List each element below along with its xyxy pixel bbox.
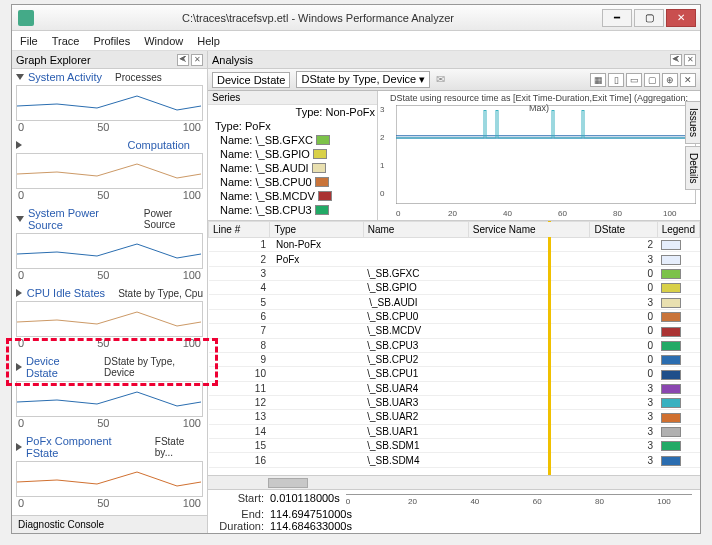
dstate-table[interactable]: Line #TypeNameService NameDStateLegend 1… <box>208 221 700 475</box>
series-item[interactable]: Name: \_SB.GPIO <box>208 147 377 161</box>
legend-swatch <box>661 427 681 437</box>
menu-help[interactable]: Help <box>197 35 220 47</box>
thumb-plot[interactable] <box>16 153 203 189</box>
expand-icon[interactable] <box>16 363 22 371</box>
col-header[interactable]: DState <box>590 222 657 238</box>
thumb-3[interactable]: CPU Idle States State by Type, Cpu 05010… <box>16 287 203 349</box>
ana-close-icon[interactable]: ✕ <box>684 54 696 66</box>
issues-sidetab[interactable]: Issues <box>685 101 700 144</box>
thumb-4[interactable]: Device Dstate DState by Type, Device 050… <box>16 355 203 429</box>
thumb-title: Computation <box>128 139 190 151</box>
table-row[interactable]: 16\_SB.SDM43 <box>209 453 700 467</box>
thumb-subtitle: State by Type, Cpu <box>118 288 203 299</box>
series-item[interactable]: Name: \_SB.MCDV <box>208 189 377 203</box>
legend-swatch <box>661 413 681 423</box>
thumb-plot[interactable] <box>16 85 203 121</box>
layout-btn-4[interactable]: ▢ <box>644 73 660 87</box>
diagnostic-console-tab[interactable]: Diagnostic Console <box>12 515 207 533</box>
table-row[interactable]: 10\_SB.CPU10 <box>209 367 700 381</box>
series-legend: Series Type: Non-PoFxType: PoFxName: \_S… <box>208 91 378 220</box>
maximize-button[interactable]: ▢ <box>634 9 664 27</box>
thumb-title: System Power Source <box>28 207 131 231</box>
series-item[interactable]: Name: \_SB.GFXC <box>208 133 377 147</box>
swatch-icon <box>318 191 332 201</box>
ge-close-icon[interactable]: ✕ <box>191 54 203 66</box>
graph-selector[interactable]: Device Dstate <box>212 72 290 88</box>
legend-swatch <box>661 298 681 308</box>
swatch-icon <box>315 205 329 215</box>
table-row[interactable]: 9\_SB.CPU20 <box>209 352 700 366</box>
table-row[interactable]: 2PoFx3 <box>209 252 700 266</box>
ana-fold-icon[interactable]: ⮜ <box>670 54 682 66</box>
col-header[interactable]: Legend <box>657 222 699 238</box>
expand-icon[interactable] <box>16 74 24 80</box>
app-window: C:\traces\tracefsvp.etl - Windows Perfor… <box>11 4 701 534</box>
thumb-plot[interactable] <box>16 301 203 337</box>
menu-file[interactable]: File <box>20 35 38 47</box>
table-row[interactable]: 3\_SB.GFXC0 <box>209 266 700 280</box>
layout-btn-6[interactable]: ✕ <box>680 73 696 87</box>
titlebar: C:\traces\tracefsvp.etl - Windows Perfor… <box>12 5 700 31</box>
table-row[interactable]: 14\_SB.UAR13 <box>209 424 700 438</box>
thumb-2[interactable]: System Power Source Power Source 050100 <box>16 207 203 281</box>
table-row[interactable]: 5\_SB.AUDI3 <box>209 295 700 309</box>
dstate-chart[interactable]: DState using resource time as [Exit Time… <box>378 91 700 220</box>
col-header[interactable]: Type <box>270 222 363 238</box>
legend-swatch <box>661 283 681 293</box>
thumb-5[interactable]: PoFx Component FState FState by... 05010… <box>16 435 203 509</box>
thumb-plot[interactable] <box>16 381 203 417</box>
table-row[interactable]: 8\_SB.CPU30 <box>209 338 700 352</box>
series-item[interactable]: Name: \_SB.CPU0 <box>208 175 377 189</box>
layout-btn-5[interactable]: ⊕ <box>662 73 678 87</box>
swatch-icon <box>316 135 330 145</box>
timeline-axis[interactable]: 0 20 40 60 80 100 <box>346 494 692 508</box>
table-row[interactable]: 12\_SB.UAR33 <box>209 395 700 409</box>
menu-window[interactable]: Window <box>144 35 183 47</box>
expand-icon[interactable] <box>16 141 124 149</box>
expand-icon[interactable] <box>16 443 22 451</box>
thumb-title: Device Dstate <box>26 355 91 379</box>
thumb-1[interactable]: Computation 050100 <box>16 139 203 201</box>
table-row[interactable]: 1Non-PoFx2 <box>209 238 700 252</box>
expand-icon[interactable] <box>16 216 24 222</box>
close-button[interactable]: ✕ <box>666 9 696 27</box>
legend-swatch <box>661 255 681 265</box>
thumb-plot[interactable] <box>16 461 203 497</box>
series-group[interactable]: Type: Non-PoFx <box>296 106 375 118</box>
minimize-button[interactable]: ━ <box>602 9 632 27</box>
window-title: C:\traces\tracefsvp.etl - Windows Perfor… <box>34 12 602 24</box>
preset-selector[interactable]: DState by Type, Device ▾ <box>296 71 430 88</box>
series-group[interactable]: Type: PoFx <box>215 120 271 132</box>
menu-trace[interactable]: Trace <box>52 35 80 47</box>
thumb-title: System Activity <box>28 71 102 83</box>
series-item[interactable]: Name: \_SB.AUDI <box>208 161 377 175</box>
horizontal-scrollbar[interactable] <box>208 475 700 489</box>
details-sidetab[interactable]: Details <box>685 146 700 191</box>
table-row[interactable]: 7\_SB.MCDV0 <box>209 324 700 338</box>
table-row[interactable]: 13\_SB.UAR23 <box>209 410 700 424</box>
legend-swatch <box>661 384 681 394</box>
layout-btn-3[interactable]: ▭ <box>626 73 642 87</box>
series-item[interactable]: Name: \_SB.CPU3 <box>208 203 377 217</box>
graph-explorer-title: Graph Explorer <box>16 54 91 66</box>
app-icon <box>18 10 34 26</box>
table-row[interactable]: 4\_SB.GPIO0 <box>209 281 700 295</box>
expand-icon[interactable] <box>16 289 23 297</box>
svg-rect-0 <box>396 105 696 204</box>
swatch-icon <box>313 149 327 159</box>
col-header[interactable]: Name <box>363 222 468 238</box>
col-header[interactable]: Line # <box>209 222 270 238</box>
table-row[interactable]: 15\_SB.SDM13 <box>209 439 700 453</box>
thumb-0[interactable]: System Activity Processes 050100 <box>16 71 203 133</box>
col-header[interactable]: Service Name <box>468 222 590 238</box>
thumb-subtitle: FState by... <box>155 436 203 458</box>
thumb-title: CPU Idle States <box>27 287 105 299</box>
thumb-plot[interactable] <box>16 233 203 269</box>
layout-btn-2[interactable]: ▯ <box>608 73 624 87</box>
mail-icon[interactable]: ✉ <box>436 73 445 86</box>
menu-profiles[interactable]: Profiles <box>93 35 130 47</box>
table-row[interactable]: 11\_SB.UAR43 <box>209 381 700 395</box>
table-row[interactable]: 6\_SB.CPU00 <box>209 309 700 323</box>
layout-btn-1[interactable]: ▦ <box>590 73 606 87</box>
ge-fold-icon[interactable]: ⮜ <box>177 54 189 66</box>
